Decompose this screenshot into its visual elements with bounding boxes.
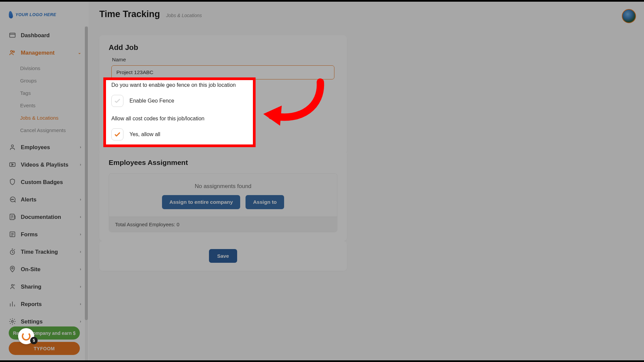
sidebar-label: Reports [21, 301, 42, 307]
management-submenu: Divisions Groups Tags Events Jobs & Loca… [0, 61, 89, 138]
chevron-right-icon: › [80, 232, 81, 237]
badge-icon [9, 178, 16, 186]
sidebar-label: Documentation [21, 214, 61, 220]
dashboard-icon [9, 32, 16, 39]
svg-point-7 [13, 199, 14, 200]
breadcrumb: Jobs & Locations [166, 13, 202, 18]
sidebar: YOUR LOGO HERE Dashboard Management ⌄ Di… [0, 2, 89, 360]
svg-point-2 [13, 51, 14, 53]
sidebar-item-documentation[interactable]: Documentation › [0, 208, 89, 226]
subnav-tags[interactable]: Tags [0, 87, 89, 99]
subnav-events[interactable]: Events [0, 99, 89, 112]
sidebar-item-forms[interactable]: Forms › [0, 226, 89, 243]
allow-all-checkbox-hl[interactable] [111, 128, 123, 140]
doc-icon [9, 213, 16, 221]
sidebar-scroll: Dashboard Management ⌄ Divisions Groups … [0, 26, 89, 360]
cost-codes-question-hl: Allow all cost codes for this job/locati… [111, 116, 204, 122]
save-card: Save [99, 241, 347, 271]
geo-fence-question-hl: Do you want to enable geo fence on this … [111, 82, 236, 88]
sidebar-label: Videos & Playlists [21, 162, 68, 168]
chevron-right-icon: › [80, 284, 81, 289]
name-label: Name [112, 57, 337, 63]
bars-icon [9, 300, 16, 308]
sidebar-item-videos[interactable]: Videos & Playlists › [0, 156, 89, 173]
gear-icon [9, 318, 16, 325]
play-icon [9, 161, 16, 168]
employees-assignment-card: Employees Assignment No assignments foun… [99, 150, 347, 241]
assignment-heading: Employees Assignment [109, 159, 337, 167]
sidebar-item-alerts[interactable]: Alerts › [0, 191, 89, 208]
person-icon [9, 143, 16, 151]
sidebar-label: Employees [21, 144, 50, 150]
svg-point-5 [11, 199, 12, 200]
page-title: Time Tracking [99, 9, 160, 19]
chevron-right-icon: › [80, 145, 81, 149]
svg-point-3 [11, 145, 13, 147]
sidebar-item-sharing[interactable]: Sharing › [0, 278, 89, 295]
share-icon [9, 283, 16, 290]
sidebar-item-reports[interactable]: Reports › [0, 295, 89, 313]
highlight-fill: Do you want to enable geo fence on this … [105, 78, 254, 146]
sidebar-label: Sharing [21, 284, 41, 290]
save-button[interactable]: Save [209, 249, 237, 263]
svg-point-6 [12, 199, 13, 200]
sidebar-item-time-tracking[interactable]: Time Tracking › [0, 243, 89, 260]
titlebar: Time Tracking Jobs & Locations [99, 9, 202, 19]
pin-icon [9, 265, 16, 273]
app-screen: YOUR LOGO HERE Dashboard Management ⌄ Di… [0, 2, 644, 360]
svg-point-11 [12, 267, 13, 269]
svg-point-13 [11, 320, 13, 322]
assign-to-button[interactable]: Assign to [246, 195, 284, 209]
sidebar-item-badges[interactable]: Custom Badges [0, 173, 89, 191]
flame-icon [8, 11, 13, 18]
subnav-jobs-locations[interactable]: Jobs & Locations [0, 112, 89, 124]
assignment-box: No assignments found Assign to entire co… [109, 173, 337, 232]
geo-fence-checkbox-hl[interactable] [111, 95, 123, 107]
sidebar-label: Settings [21, 318, 43, 325]
sidebar-item-management[interactable]: Management ⌄ [0, 44, 89, 61]
no-assignments-text: No assignments found [109, 183, 337, 190]
stopwatch-icon [9, 248, 16, 255]
sidebar-label: Custom Badges [21, 179, 63, 185]
sidebar-label: Forms [21, 231, 38, 238]
logo: YOUR LOGO HERE [0, 2, 89, 27]
chevron-right-icon: › [80, 319, 81, 324]
assign-company-button[interactable]: Assign to entire company [162, 195, 240, 209]
svg-rect-0 [10, 33, 15, 38]
job-name-input[interactable] [111, 65, 334, 79]
subnav-divisions[interactable]: Divisions [0, 62, 89, 74]
list-icon [9, 231, 16, 238]
swirl-icon [22, 332, 31, 341]
help-badge: 5 [30, 337, 38, 344]
chevron-right-icon: › [80, 197, 81, 202]
chevron-right-icon: › [80, 249, 81, 254]
chevron-right-icon: › [80, 162, 81, 167]
people-icon [9, 49, 16, 56]
sidebar-label: On-Site [21, 266, 41, 273]
allow-all-label-hl: Yes, allow all [129, 131, 160, 137]
add-job-heading: Add Job [109, 43, 337, 52]
subnav-cancel-assignments[interactable]: Cancel Assignments [0, 124, 89, 136]
svg-point-1 [11, 51, 13, 53]
logo-text: YOUR LOGO HERE [15, 12, 56, 17]
sidebar-label: Alerts [21, 196, 37, 203]
tyfoom-button[interactable]: TYFOOM [9, 342, 80, 355]
chevron-right-icon: › [80, 302, 81, 306]
sidebar-label: Management [21, 50, 55, 56]
sidebar-scrollbar[interactable] [85, 26, 88, 360]
sidebar-item-employees[interactable]: Employees › [0, 138, 89, 156]
chat-icon [9, 196, 16, 203]
avatar[interactable] [622, 9, 636, 23]
assignment-total: Total Assigned Employees: 0 [109, 217, 337, 232]
subnav-groups[interactable]: Groups [0, 74, 89, 87]
chevron-right-icon: › [80, 267, 81, 272]
chevron-right-icon: › [80, 215, 81, 219]
sidebar-label: Dashboard [21, 32, 50, 39]
sidebar-label: Time Tracking [21, 249, 58, 255]
svg-point-12 [11, 285, 13, 287]
sidebar-item-dashboard[interactable]: Dashboard [0, 26, 89, 44]
sidebar-item-onsite[interactable]: On-Site › [0, 260, 89, 278]
geo-fence-label-hl: Enable Geo Fence [129, 98, 174, 104]
chevron-down-icon: ⌄ [78, 50, 81, 55]
